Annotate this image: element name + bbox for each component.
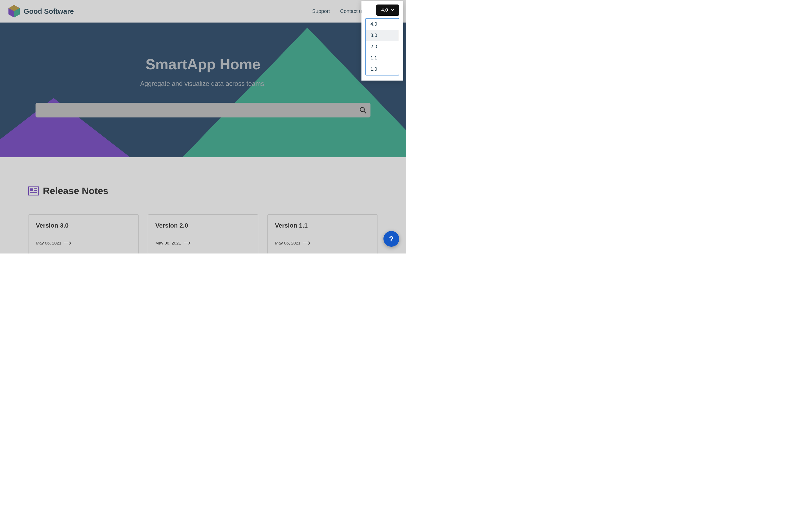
modal-overlay[interactable]: [0, 0, 406, 253]
version-option[interactable]: 1.0: [366, 64, 399, 75]
help-fab[interactable]: ?: [384, 231, 399, 247]
version-option[interactable]: 3.0: [366, 30, 399, 41]
version-option[interactable]: 1.1: [366, 52, 399, 64]
version-option[interactable]: 4.0: [366, 18, 399, 30]
version-dropdown-panel: 4.0 4.0 3.0 2.0 1.1 1.0: [361, 1, 403, 80]
version-option[interactable]: 2.0: [366, 41, 399, 52]
version-option-list: 4.0 3.0 2.0 1.1 1.0: [365, 18, 399, 75]
version-selector-button-open[interactable]: 4.0: [376, 4, 399, 16]
help-icon: ?: [389, 235, 394, 243]
chevron-down-icon: [391, 8, 394, 12]
version-selector-label: 4.0: [381, 7, 388, 13]
